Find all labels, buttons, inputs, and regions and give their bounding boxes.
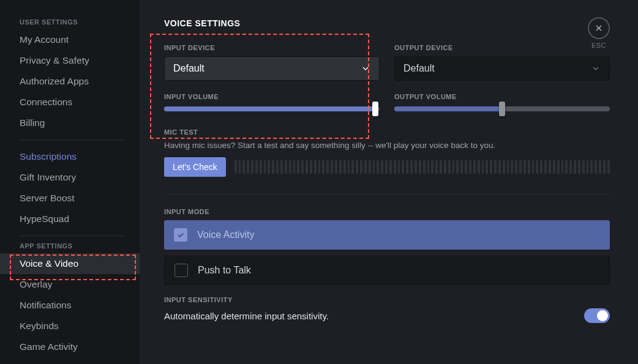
- close-icon: [594, 23, 604, 33]
- sidebar-item-hypesquad[interactable]: HypeSquad: [0, 209, 140, 229]
- input-sensitivity-label: INPUT SENSITIVITY: [164, 296, 610, 303]
- output-volume-label: OUTPUT VOLUME: [394, 93, 610, 100]
- input-sensitivity-text: Automatically determine input sensitivit…: [164, 311, 329, 321]
- input-device-label: INPUT DEVICE: [164, 44, 380, 51]
- chevron-down-icon: [361, 64, 370, 73]
- sidebar-item-server-boost[interactable]: Server Boost: [0, 188, 140, 209]
- sidebar-heading-user: USER SETTINGS: [0, 18, 140, 29]
- toggle-knob: [597, 310, 608, 321]
- checkbox-checked-icon: [174, 228, 187, 242]
- slider-thumb[interactable]: [372, 102, 378, 116]
- slider-thumb[interactable]: [499, 102, 505, 116]
- sidebar-item-privacy-safety[interactable]: Privacy & Safety: [0, 50, 140, 71]
- input-sensitivity-toggle[interactable]: [584, 308, 610, 323]
- device-row: INPUT DEVICE Default INPUT VOLUME OUTPUT…: [164, 44, 610, 111]
- input-mode-label: INPUT MODE: [164, 208, 610, 215]
- sidebar-item-my-account[interactable]: My Account: [0, 29, 140, 50]
- input-mode-push-to-talk[interactable]: Push to Talk: [164, 256, 610, 285]
- output-device-select[interactable]: Default: [394, 56, 610, 81]
- sidebar-item-keybinds[interactable]: Keybinds: [0, 316, 140, 336]
- output-device-label: OUTPUT DEVICE: [394, 44, 610, 51]
- close-settings: ESC: [588, 17, 610, 49]
- divider: [164, 194, 610, 195]
- input-volume-label: INPUT VOLUME: [164, 93, 380, 100]
- input-mode-voice-activity[interactable]: Voice Activity: [164, 220, 610, 250]
- sidebar-item-billing[interactable]: Billing: [0, 113, 140, 133]
- settings-panel: ESC VOICE SETTINGS INPUT DEVICE Default …: [140, 0, 638, 364]
- output-volume-slider[interactable]: [394, 106, 610, 111]
- sidebar-item-notifications[interactable]: Notifications: [0, 295, 140, 316]
- input-mode-option-label: Voice Activity: [197, 229, 254, 240]
- mic-test-description: Having mic issues? Start a test and say …: [164, 141, 610, 150]
- checkbox-unchecked-icon: [175, 264, 188, 277]
- output-device-value: Default: [403, 63, 435, 74]
- sidebar-divider: [20, 236, 125, 236]
- mic-test-button[interactable]: Let's Check: [164, 157, 226, 177]
- input-mode-option-label: Push to Talk: [198, 265, 251, 276]
- page-title: VOICE SETTINGS: [164, 18, 610, 28]
- sidebar-item-voice-video[interactable]: Voice & Video: [0, 253, 140, 274]
- esc-label: ESC: [588, 42, 610, 49]
- input-device-value: Default: [173, 63, 205, 74]
- sidebar-heading-app: APP SETTINGS: [0, 242, 140, 253]
- input-device-select[interactable]: Default: [164, 56, 380, 81]
- sidebar-divider: [20, 139, 125, 140]
- sidebar-item-subscriptions[interactable]: Subscriptions: [0, 146, 140, 167]
- chevron-down-icon: [591, 64, 601, 73]
- sidebar-item-game-activity[interactable]: Game Activity: [0, 336, 140, 357]
- sidebar-item-gift-inventory[interactable]: Gift Inventory: [0, 167, 140, 188]
- sidebar-item-overlay[interactable]: Overlay: [0, 274, 140, 295]
- input-volume-slider[interactable]: [164, 106, 380, 111]
- settings-sidebar: USER SETTINGS My Account Privacy & Safet…: [0, 0, 140, 364]
- mic-test-label: MIC TEST: [164, 128, 610, 136]
- mic-level-meter: [235, 160, 610, 174]
- sidebar-item-connections[interactable]: Connections: [0, 92, 140, 113]
- sidebar-item-authorized-apps[interactable]: Authorized Apps: [0, 71, 140, 92]
- close-button[interactable]: [588, 17, 610, 39]
